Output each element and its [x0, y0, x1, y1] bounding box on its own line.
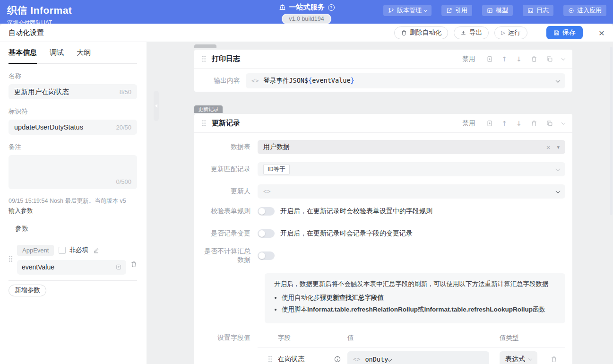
step-header[interactable]: 更新记录 禁用 ↑ ↓	[194, 114, 572, 133]
brand[interactable]: 织信 Informat 深圳交付团队UAT	[7, 4, 72, 24]
model-button[interactable]: 模型	[482, 5, 513, 16]
skip-rollup-toggle[interactable]	[258, 251, 275, 260]
validate-form-label: 校验表单规则	[201, 207, 250, 216]
app-title-block: 一站式服务 ? v1.0 build194	[279, 3, 335, 24]
clear-icon[interactable]: ×	[546, 144, 551, 151]
updater-field[interactable]: <>	[258, 184, 565, 199]
chevron-down-icon[interactable]	[556, 78, 561, 83]
param-item: AppEvent 非必填 eventValue	[9, 239, 137, 280]
collapse-step-icon[interactable]	[562, 122, 565, 125]
table-header: 字段 值 值类型	[258, 334, 565, 347]
move-up-icon[interactable]: ↑	[502, 55, 508, 63]
name-input[interactable]: 更新用户在岗状态 8/50	[9, 84, 137, 99]
step-title: 更新记录	[212, 119, 240, 128]
match-record-select[interactable]: ID等于	[258, 162, 565, 176]
value-type-select[interactable]: 表达式	[500, 351, 537, 364]
move-up-icon[interactable]: ↑	[502, 120, 508, 127]
drag-handle-icon[interactable]	[202, 55, 206, 62]
save-button[interactable]: 保存	[546, 26, 583, 39]
collapse-step-icon[interactable]	[562, 58, 565, 61]
notice-text: 开启后，数据更新后将不会触发本表中汇总字段的刷新，可以使用以下方法重新计算汇总字…	[274, 280, 556, 288]
record-change-toggle[interactable]	[258, 229, 275, 238]
drag-handle-icon[interactable]	[9, 255, 13, 262]
log-button[interactable]: 日志	[523, 5, 553, 16]
notice-bullet: 使用脚本informat.table.refreshRelationRollup…	[282, 305, 556, 315]
delete-step-icon[interactable]	[531, 120, 537, 127]
disable-button[interactable]: 禁用	[463, 119, 475, 128]
download-icon	[460, 30, 466, 36]
duplicate-step-icon[interactable]	[546, 120, 553, 127]
chevron-down-icon[interactable]	[388, 357, 392, 362]
delete-row-icon[interactable]	[551, 356, 557, 363]
notice-bullet: 使用自动化步骤更新查找汇总字段值	[282, 293, 556, 303]
info-icon[interactable]	[334, 356, 341, 363]
output-content-field[interactable]: <> 登录事件JSON${eventValue}	[246, 73, 565, 88]
rollup-notice: 开启后，数据更新后将不会触发本表中汇总字段的刷新，可以使用以下方法重新计算汇总字…	[265, 273, 565, 323]
chevron-down-icon	[424, 8, 427, 11]
automation-settings-modal: 自动化设置 删除自动化 导出 ▷ 运行	[0, 24, 613, 364]
duplicate-step-icon[interactable]	[546, 56, 553, 62]
set-field-values-label: 设置字段值	[201, 334, 250, 364]
remark-label: 备注	[9, 143, 137, 151]
step-header[interactable]: 打印日志 禁用 ↑ ↓	[194, 50, 572, 69]
param-name-input[interactable]: eventValue	[17, 260, 126, 275]
topbar-actions: 版本管理 引用 模型 日志 进入应用	[383, 5, 606, 16]
close-icon[interactable]: ×	[599, 28, 604, 38]
column-value: 值	[347, 334, 500, 342]
validate-form-toggle[interactable]	[258, 207, 275, 216]
save-as-template-icon[interactable]	[486, 56, 493, 62]
field-values-table: 字段 值 值类型 在岗状态	[258, 334, 565, 364]
record-change-desc: 开启后，在更新记录时会记录字段的变更记录	[280, 229, 413, 238]
scrollbar[interactable]	[610, 47, 613, 215]
chevron-down-icon[interactable]	[556, 166, 561, 171]
delete-step-icon[interactable]	[531, 56, 537, 62]
optional-label: 非必填	[69, 246, 88, 254]
drag-handle-icon[interactable]	[268, 355, 272, 363]
field-value: onDuty	[365, 355, 388, 363]
code-icon: <>	[263, 188, 271, 195]
edit-icon[interactable]	[93, 247, 99, 253]
tab-debug[interactable]: 调试	[50, 48, 64, 63]
column-field: 字段	[258, 334, 347, 342]
data-table-select[interactable]: 用户数据 × ▾	[258, 140, 565, 154]
remark-textarea[interactable]: 0/500	[9, 155, 137, 189]
step-tag: 更新记录	[194, 105, 223, 113]
output-content-label: 输出内容	[201, 77, 240, 85]
move-down-icon[interactable]: ↓	[516, 55, 522, 63]
identifier-input[interactable]: updateUserDutyStatus 20/50	[9, 120, 137, 135]
building-icon	[279, 4, 286, 11]
app-title: 一站式服务	[289, 3, 325, 12]
identifier-label: 标识符	[9, 107, 137, 116]
sidebar-collapse-handle[interactable]	[154, 91, 159, 121]
disable-button[interactable]: 禁用	[463, 55, 475, 63]
name-counter: 8/50	[120, 88, 131, 95]
variable-name: eventValue	[312, 77, 350, 84]
export-button[interactable]: 导出	[454, 26, 489, 39]
field-value-input[interactable]: <> onDuty	[347, 351, 489, 364]
step-card-print-log: 打印日志 禁用 ↑ ↓	[194, 50, 572, 92]
code-icon: <>	[353, 356, 361, 363]
tab-outline[interactable]: 大纲	[77, 48, 91, 63]
save-as-template-icon[interactable]	[486, 120, 493, 127]
reference-button[interactable]: 引用	[441, 5, 472, 16]
drag-handle-icon[interactable]	[202, 120, 206, 127]
enter-app-icon	[568, 8, 574, 14]
enter-app-button[interactable]: 进入应用	[563, 5, 606, 16]
add-param-button[interactable]: 新增参数	[9, 285, 46, 296]
param-type-tag: AppEvent	[17, 245, 54, 256]
move-down-icon[interactable]: ↓	[516, 120, 522, 127]
data-table-label: 数据表	[201, 143, 250, 151]
help-icon[interactable]: ?	[328, 4, 335, 11]
version-manage-button[interactable]: 版本管理	[383, 5, 432, 16]
step-title: 打印日志	[212, 54, 240, 63]
tab-basic-info[interactable]: 基本信息	[9, 48, 37, 64]
delete-automation-button[interactable]: 删除自动化	[394, 26, 449, 39]
column-value-type: 值类型	[500, 334, 538, 342]
optional-checkbox[interactable]	[59, 247, 66, 254]
delete-param-icon[interactable]	[130, 261, 137, 269]
chevron-down-icon[interactable]	[556, 189, 561, 193]
caret-down-icon[interactable]: ▾	[557, 144, 560, 150]
run-button[interactable]: ▷ 运行	[494, 26, 527, 39]
table-row: 在岗状态 <> onDuty	[258, 347, 565, 364]
modal-header: 自动化设置 删除自动化 导出 ▷ 运行	[0, 24, 613, 42]
